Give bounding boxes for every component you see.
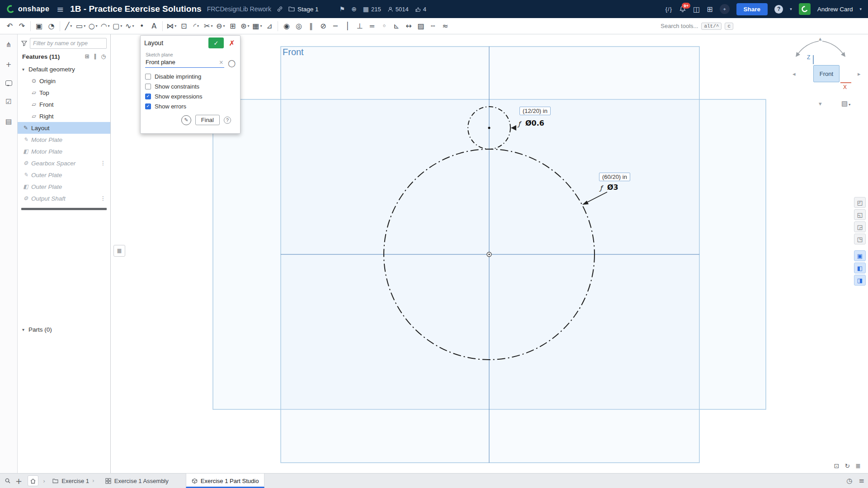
new-tab-button[interactable]: + bbox=[15, 476, 22, 486]
feature-indicator-icon[interactable]: ⋮ bbox=[100, 195, 106, 202]
coincident-constraint-icon[interactable]: ◉ bbox=[280, 20, 292, 33]
small-circle-center[interactable] bbox=[488, 127, 491, 129]
dropdown-caret-icon[interactable]: ▾ bbox=[175, 24, 176, 28]
notifications-bell-icon[interactable]: 9+ bbox=[679, 5, 686, 13]
dimension-value-small[interactable]: Ø0.6 bbox=[525, 119, 544, 127]
rotate-up-icon[interactable]: ▴ bbox=[819, 35, 822, 42]
feature-indicator-icon[interactable]: ⋮ bbox=[100, 160, 106, 166]
dimension-expression-large[interactable]: (60/20) in bbox=[599, 173, 630, 181]
home-tab-button[interactable] bbox=[28, 475, 38, 486]
text-tool-icon[interactable]: A bbox=[148, 20, 160, 33]
mirror-tool-icon[interactable]: ⋈ ▾ bbox=[165, 20, 178, 33]
measure-panel-icon[interactable]: ◰ bbox=[854, 197, 866, 208]
tab-exercise-1-assembly[interactable]: Exercise 1 Assembly bbox=[100, 474, 174, 488]
offset-tool-icon[interactable]: ⊖ ▾ bbox=[214, 20, 226, 33]
user-name[interactable]: Andrew Card bbox=[817, 6, 853, 13]
trim-tool-icon[interactable]: ✂ ▾ bbox=[202, 20, 214, 33]
tab-menu-icon[interactable]: ≡ bbox=[859, 477, 864, 485]
dropdown-caret-icon[interactable]: ▾ bbox=[96, 24, 98, 28]
feature-tree-item[interactable]: ⚙ Gearbox Spacer ⋮ bbox=[18, 157, 110, 169]
insert-dxf-icon[interactable]: ◔ bbox=[45, 20, 57, 33]
dialog-checkbox[interactable]: ✓ Disable imprinting bbox=[145, 71, 236, 81]
mate-connector-icon[interactable]: ◯ bbox=[228, 60, 236, 67]
dropdown-caret-icon[interactable]: ▾ bbox=[70, 24, 72, 28]
confirm-button[interactable]: ✓ bbox=[208, 38, 224, 48]
circle-tool-icon[interactable]: ○ ▾ bbox=[87, 20, 99, 33]
parts-caret-icon[interactable]: ▾ bbox=[22, 327, 28, 332]
suppress-icon[interactable]: ‖ bbox=[94, 53, 97, 60]
feature-tree-item[interactable]: ▱ Top bbox=[18, 87, 110, 99]
panel-insert-icon[interactable]: + bbox=[6, 61, 12, 69]
dropdown-caret-icon[interactable]: ▾ bbox=[120, 24, 122, 28]
edit-sketch-icon[interactable]: ✎ bbox=[181, 115, 191, 125]
help-icon[interactable]: ? bbox=[774, 5, 783, 14]
dialog-header[interactable]: Layout ✓ ✗ bbox=[141, 36, 240, 50]
view-count-stat[interactable]: 5014 bbox=[387, 6, 409, 13]
tab-history-icon[interactable]: ◷ bbox=[846, 477, 852, 485]
appearance-panel-icon[interactable]: ▣ bbox=[854, 250, 866, 261]
workspace-name[interactable]: Stage 1 bbox=[297, 6, 319, 13]
rotate-down-icon[interactable]: ▾ bbox=[819, 100, 822, 107]
help-caret-icon[interactable]: ▾ bbox=[790, 7, 792, 11]
apps-grid-icon[interactable]: ⊞ bbox=[707, 5, 712, 14]
link-icon[interactable] bbox=[277, 6, 283, 12]
perpendicular-constraint-icon[interactable]: ⊥ bbox=[354, 20, 366, 33]
arc-tool-icon[interactable]: ◠ ▾ bbox=[99, 20, 111, 33]
cancel-button[interactable]: ✗ bbox=[227, 39, 236, 47]
feature-tree-item[interactable]: ✎ Layout bbox=[18, 122, 110, 134]
graphics-area[interactable]: Front t (12/20) in ƒ Ø0.6 (60/20) in ƒ Ø… bbox=[111, 34, 868, 473]
feature-tree-item[interactable]: ✎ Motor Plate bbox=[18, 134, 110, 145]
notebook-panel-icon[interactable]: ▤ bbox=[5, 117, 12, 126]
spline-tool-icon[interactable]: ∿ ▾ bbox=[123, 20, 136, 33]
dropdown-caret-icon[interactable]: ▾ bbox=[197, 24, 199, 28]
tool-search[interactable]: Search tools... alt/^ c bbox=[660, 23, 733, 30]
history-icon[interactable]: ◷ bbox=[101, 53, 106, 60]
dimension-value-large[interactable]: Ø3 bbox=[607, 183, 618, 192]
symmetry-constraint-icon[interactable]: ↔ bbox=[402, 20, 415, 33]
viewcube-front-face[interactable]: Front bbox=[813, 65, 840, 82]
sketch-table-icon[interactable]: ▦ ▾ bbox=[251, 20, 263, 33]
panel-versions-icon[interactable]: ⋔ bbox=[6, 41, 12, 49]
tasks-panel-icon[interactable]: ☑ bbox=[5, 98, 11, 106]
tab-exercise-1-part-studio[interactable]: Exercise 1 Part Studio bbox=[186, 474, 265, 488]
dialog-checkbox[interactable]: ✓ Show constraints bbox=[145, 81, 236, 91]
undo-icon[interactable]: ↶ bbox=[4, 20, 16, 33]
clear-selection-icon[interactable]: × bbox=[219, 59, 223, 66]
checkbox-box[interactable]: ✓ bbox=[145, 103, 151, 109]
checkbox-box[interactable]: ✓ bbox=[145, 84, 151, 89]
featurescript-icon[interactable]: {/} bbox=[665, 6, 672, 13]
insert-image-icon[interactable]: ▣ bbox=[33, 20, 45, 33]
expand-caret-icon[interactable]: ▾ bbox=[22, 67, 28, 72]
fillet-tool-icon[interactable]: ◜ ▾ bbox=[190, 20, 202, 33]
dialog-checkbox[interactable]: ✓ Show errors bbox=[145, 101, 236, 111]
normal-constraint-icon[interactable]: ⊾ bbox=[390, 20, 402, 33]
parts-section-header[interactable]: ▾ Parts (0) bbox=[18, 324, 110, 335]
main-menu-icon[interactable]: ≡ bbox=[57, 4, 64, 14]
display-options-icon[interactable]: ◨ bbox=[854, 275, 866, 286]
dialog-checkbox[interactable]: ✓ Show expressions bbox=[145, 91, 236, 101]
tangent-constraint-icon[interactable]: ⊘ bbox=[317, 20, 329, 33]
line-tool-icon[interactable]: ╱ ▾ bbox=[62, 20, 75, 33]
feature-tree-item[interactable]: ◧ Motor Plate bbox=[18, 145, 110, 157]
feature-tree-item[interactable]: ▾ Default geometry bbox=[18, 63, 110, 75]
like-count-stat[interactable]: 4 bbox=[415, 6, 426, 13]
feature-tree-item[interactable]: ▱ Front bbox=[18, 99, 110, 110]
feature-tree-item[interactable]: ⚙ Output Shaft ⋮ bbox=[18, 192, 110, 204]
rectangle-tool-icon[interactable]: ▭ ▾ bbox=[75, 20, 87, 33]
dropdown-caret-icon[interactable]: ▾ bbox=[260, 24, 262, 28]
point-tool-icon[interactable]: • bbox=[136, 20, 148, 33]
construction-toggle-icon[interactable]: ╌ bbox=[427, 20, 439, 33]
named-views-icon[interactable]: ◧ bbox=[854, 263, 866, 273]
dropdown-caret-icon[interactable]: ▾ bbox=[211, 24, 212, 28]
user-menu-caret-icon[interactable]: ▾ bbox=[859, 7, 862, 11]
feature-tree-item[interactable]: ▱ Right bbox=[18, 110, 110, 122]
explode-icon[interactable]: ◳ bbox=[854, 234, 866, 244]
onshape-logo[interactable]: onshape bbox=[6, 5, 49, 14]
fix-constraint-icon[interactable]: ▨ bbox=[415, 20, 427, 33]
final-button[interactable]: Final bbox=[195, 115, 220, 125]
feature-tree-item[interactable]: ⊙ Origin bbox=[18, 75, 110, 87]
concentric-constraint-icon[interactable]: ◎ bbox=[292, 20, 305, 33]
snapshot-icon[interactable]: ⊡ bbox=[834, 462, 840, 469]
tab-exercise-1[interactable]: Exercise 1 › bbox=[47, 474, 100, 488]
checkbox-box[interactable]: ✓ bbox=[145, 74, 151, 80]
